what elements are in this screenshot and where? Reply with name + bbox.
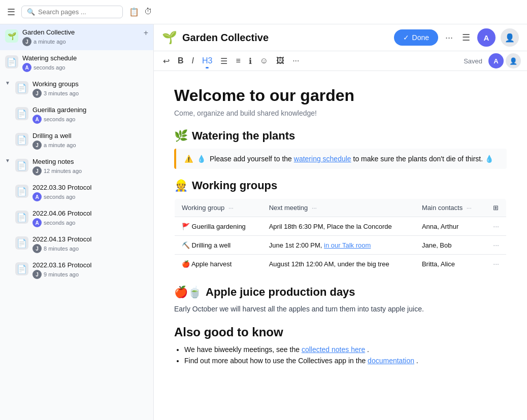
working-groups-section-heading: 👷 Working groups	[174, 179, 507, 192]
page-title-area: 🌱 Garden Collective	[162, 30, 389, 45]
table-row-options[interactable]: ···	[486, 217, 506, 236]
documentation-link[interactable]: documentation	[368, 357, 414, 365]
table-header-row: Working group ··· Next meeting ··· Main …	[175, 199, 507, 217]
callout-text-after: to make sure the plants don't die of thi…	[353, 155, 483, 163]
sidebar-item-time: a minute ago	[44, 142, 76, 148]
heading-button[interactable]: H3	[199, 54, 215, 67]
working-groups-table: Working group ··· Next meeting ··· Main …	[174, 198, 507, 273]
sidebar-item-protocol-2022-04-06[interactable]: 📄 2022.04.06 Protocol A seconds ago	[0, 205, 153, 231]
history-icon[interactable]: ⏱	[144, 7, 152, 17]
toolbar-avatar: A	[488, 53, 504, 68]
image-button[interactable]: 🖼	[273, 54, 287, 67]
sidebar-item-icon: 📄	[15, 185, 28, 198]
table-cell-contacts: Anna, Arthur	[415, 217, 486, 236]
page-title: Garden Collective	[182, 32, 269, 44]
sidebar-item-content: 2022.03.30 Protocol A seconds ago	[32, 184, 148, 201]
table-row-options[interactable]: ···	[486, 236, 506, 255]
undo-button[interactable]: ↩	[160, 54, 173, 68]
watering-schedule-link[interactable]: watering schedule	[294, 155, 351, 163]
sidebar-item-meta: J 12 minutes ago	[32, 166, 148, 176]
table-row: ⛏️ Drilling a well June 1st 2:00 PM, in …	[175, 236, 507, 255]
col-main-contacts: Main contacts ···	[415, 199, 486, 217]
more-tools-button[interactable]: ···	[289, 54, 302, 67]
sidebar-item-content: Working groups J 3 minutes ago	[32, 80, 148, 98]
add-page-button[interactable]: +	[144, 28, 148, 38]
col-menu-icon[interactable]: ···	[467, 204, 472, 212]
done-label: Done	[412, 33, 429, 42]
sidebar-item-guerilla-gardening[interactable]: 📄 Guerilla gardening A seconds ago	[0, 102, 153, 128]
done-button[interactable]: ✓ Done	[394, 29, 438, 46]
sidebar-item-time: a minute ago	[34, 39, 66, 45]
user-icon-button[interactable]: 👤	[501, 28, 519, 47]
sidebar-item-working-groups[interactable]: ▼ 📄 Working groups J 3 minutes ago	[0, 76, 153, 102]
bullet-list: We have biweekly meetings, see the colle…	[174, 345, 507, 365]
search-icon: 🔍	[27, 8, 35, 16]
col-menu-icon[interactable]: ···	[312, 204, 317, 212]
sidebar-item-meta: J a minute ago	[32, 141, 148, 150]
page-heading: Welcome to our garden	[174, 86, 507, 105]
sidebar-item-meeting-notes[interactable]: ▼ 📄 Meeting notes J 12 minutes ago	[0, 154, 153, 180]
bold-button[interactable]: B	[175, 54, 187, 67]
avatar: J	[32, 89, 42, 98]
numbered-list-button[interactable]: ≡	[233, 54, 243, 67]
avatar: J	[32, 166, 42, 176]
avatar: J	[32, 244, 42, 253]
sidebar-item-icon: 🌱	[5, 29, 18, 43]
table-row-options[interactable]: ···	[486, 255, 506, 273]
sidebar-item-name: Watering schedule	[22, 54, 148, 62]
bullet-text-1: We have biweekly meetings, see the	[184, 345, 300, 354]
list-item: Find out more about how to use the Colle…	[184, 357, 507, 365]
sidebar-item-garden-collective[interactable]: 🌱 Garden Collective J a minute ago +	[0, 24, 153, 50]
content-header: 🌱 Garden Collective ✓ Done ··· ☰ A 👤	[154, 24, 527, 51]
working-groups-heading-text: Working groups	[192, 179, 277, 192]
expand-icon: ▼	[5, 80, 10, 86]
sidebar-item-meta: A seconds ago	[32, 115, 148, 124]
user-avatar[interactable]: A	[477, 28, 496, 47]
table-row: 🍎 Apple harvest August 12th 12:00 AM, un…	[175, 255, 507, 273]
sidebar: 🌱 Garden Collective J a minute ago + 📄 W…	[0, 24, 154, 420]
search-input[interactable]	[38, 8, 117, 16]
sidebar-item-protocol-2022-03-16[interactable]: 📄 2022.03.16 Protocol J 9 minutes ago	[0, 257, 153, 283]
bullet-text-2: Find out more about how to use the Colle…	[184, 357, 366, 365]
italic-button[interactable]: I	[189, 54, 197, 67]
sidebar-item-content: 2022.04.13 Protocol J 8 minutes ago	[32, 235, 148, 253]
bullet-list-button[interactable]: ☰	[217, 54, 230, 68]
hamburger-icon[interactable]: ☰	[5, 5, 17, 20]
sidebar-item-name: 2022.04.06 Protocol	[32, 209, 148, 217]
table-cell-contacts: Britta, Alice	[415, 255, 486, 273]
info-button[interactable]: ℹ	[246, 54, 255, 68]
file-icon[interactable]: 📋	[129, 7, 139, 17]
avatar: A	[22, 63, 31, 72]
sidebar-item-protocol-2022-04-13[interactable]: 📄 2022.04.13 Protocol J 8 minutes ago	[0, 231, 153, 257]
check-icon: ✓	[403, 33, 409, 42]
sidebar-item-drilling-a-well[interactable]: 📄 Drilling a well J a minute ago	[0, 128, 153, 154]
sidebar-item-icon: 📄	[15, 211, 28, 224]
search-bar[interactable]: 🔍	[21, 6, 123, 18]
bullet-text-2-after: .	[416, 357, 418, 365]
avatar: A	[32, 218, 42, 227]
col-next-meeting: Next meeting ···	[262, 199, 415, 217]
sidebar-item-name: Meeting notes	[32, 158, 148, 165]
sidebar-item-icon: 📄	[15, 159, 28, 172]
sidebar-item-time: 9 minutes ago	[44, 271, 79, 277]
talk-room-link[interactable]: in our Talk room	[324, 241, 371, 249]
sidebar-item-content: Watering schedule A seconds ago	[22, 54, 148, 72]
collected-notes-link[interactable]: collected notes here	[302, 345, 365, 354]
sidebar-item-content: 2022.03.16 Protocol J 9 minutes ago	[32, 261, 148, 279]
sidebar-item-watering-schedule[interactable]: 📄 Watering schedule A seconds ago	[0, 50, 153, 76]
col-table-options[interactable]: ⊞	[486, 199, 506, 217]
more-options-button[interactable]: ···	[443, 30, 455, 45]
avatar: J	[22, 37, 31, 46]
list-item: We have biweekly meetings, see the colle…	[184, 345, 507, 354]
sidebar-item-meta: J 8 minutes ago	[32, 244, 148, 253]
avatar: J	[32, 141, 42, 150]
emoji-button[interactable]: ☺	[257, 54, 271, 67]
list-icon-button[interactable]: ☰	[460, 30, 472, 45]
sidebar-item-meta: A seconds ago	[22, 63, 148, 72]
sidebar-item-time: 12 minutes ago	[44, 168, 82, 174]
sidebar-item-name: Working groups	[32, 80, 148, 88]
sidebar-item-protocol-2022-03-30[interactable]: 📄 2022.03.30 Protocol A seconds ago	[0, 180, 153, 205]
col-menu-icon[interactable]: ···	[228, 204, 234, 212]
water-drop-icon-2: 💧	[485, 155, 493, 163]
warning-icon: ⚠️	[184, 155, 193, 163]
